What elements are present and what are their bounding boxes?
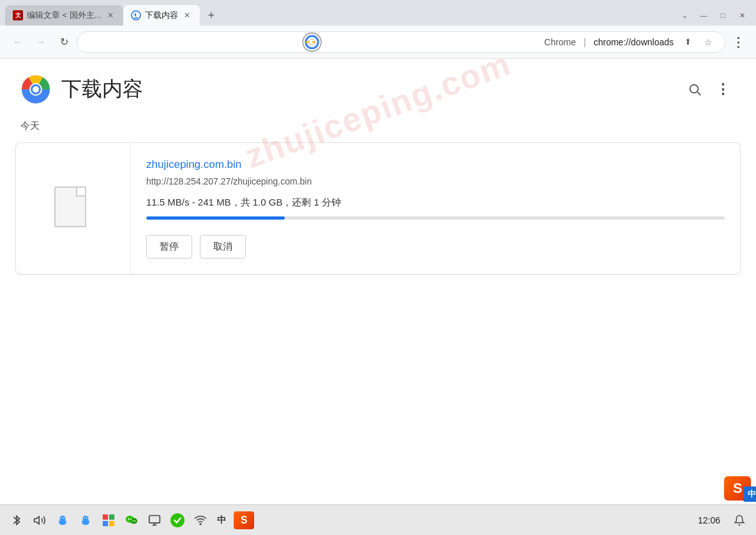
tab-downloads[interactable]: 下载内容 ✕ — [123, 5, 200, 26]
svg-point-21 — [82, 520, 84, 523]
tab-edit-label: 编辑文章 < 国外主... — [27, 10, 102, 21]
svg-point-23 — [84, 517, 85, 518]
svg-point-16 — [64, 520, 66, 523]
svg-point-31 — [128, 518, 129, 520]
chevron-down-icon[interactable]: ⌄ — [676, 9, 693, 22]
maximize-button[interactable]: □ — [714, 9, 732, 22]
download-card: zhujiceping.com.bin http://128.254.207.2… — [15, 142, 741, 275]
back-button[interactable]: ← — [8, 32, 28, 52]
svg-point-15 — [59, 520, 61, 523]
bluetooth-icon[interactable] — [8, 511, 26, 529]
monitor-icon[interactable] — [146, 511, 163, 529]
pause-button[interactable]: 暂停 — [146, 235, 192, 259]
chrome-logo-small — [85, 32, 539, 52]
taskbar: 中 S 12:06 — [0, 504, 756, 535]
svg-rect-27 — [103, 520, 108, 525]
svg-marker-1 — [134, 13, 136, 17]
sogou-icon[interactable]: S 中 — [724, 476, 751, 501]
download-icon-area — [16, 143, 131, 274]
svg-rect-25 — [103, 514, 108, 519]
cancel-button[interactable]: 取消 — [200, 235, 246, 259]
page-more-button[interactable]: ⋮ — [710, 77, 736, 102]
svg-line-11 — [697, 92, 700, 95]
tab-edit-close[interactable]: ✕ — [105, 10, 116, 20]
taskbar-time: 12:06 — [693, 515, 725, 525]
download-filename[interactable]: zhujiceping.com.bin — [146, 158, 725, 171]
file-icon — [54, 186, 93, 231]
download-speed: 11.5 MB/s - 241 MB，共 1.0 GB，还剩 1 分钟 — [146, 197, 725, 209]
page-content: 下载内容 ⋮ zhujiceping.com 今天 zh — [0, 59, 756, 504]
sogou-overlay: S 中 — [724, 476, 751, 501]
new-tab-button[interactable]: + — [202, 6, 220, 24]
bookmark-icon[interactable]: ☆ — [699, 33, 717, 51]
nav-more-button[interactable]: ⋮ — [728, 32, 748, 52]
sogou-s-label: S — [733, 480, 743, 497]
qq-icon-2[interactable] — [77, 511, 94, 529]
svg-point-38 — [200, 524, 201, 525]
progress-bar-fill — [146, 216, 285, 220]
qq-icon-1[interactable] — [54, 511, 72, 529]
svg-point-33 — [132, 520, 133, 522]
header-actions: ⋮ — [682, 77, 736, 102]
sogou-taskbar-icon[interactable]: S — [234, 511, 254, 529]
download-details: zhujiceping.com.bin http://128.254.207.2… — [131, 143, 740, 274]
address-bar[interactable]: Chrome | chrome://downloads ⬆ ☆ — [77, 31, 725, 53]
svg-rect-28 — [109, 520, 114, 525]
sogou-zh-box: 中 — [743, 486, 756, 502]
svg-marker-12 — [34, 516, 40, 524]
navigation-bar: ← → ↻ Chrome | chrome://downloads ⬆ ☆ ⋮ — [0, 26, 756, 59]
search-button[interactable] — [682, 77, 707, 102]
window-controls: ⌄ — □ ✕ — [676, 9, 751, 22]
svg-point-18 — [63, 517, 64, 518]
download-actions: 暂停 取消 — [146, 235, 725, 259]
checkmark-icon[interactable] — [169, 511, 186, 529]
sogou-zh-label: 中 — [748, 488, 756, 500]
download-url: http://128.254.207.27/zhujiceping.com.bi… — [146, 176, 725, 186]
close-button[interactable]: ✕ — [733, 9, 751, 22]
svg-point-22 — [87, 520, 89, 523]
share-icon[interactable]: ⬆ — [679, 33, 697, 51]
file-icon-fold — [76, 188, 85, 197]
downloads-header: 下载内容 ⋮ — [0, 59, 756, 115]
reload-button[interactable]: ↻ — [54, 32, 74, 52]
downloads-title-area: 下载内容 — [20, 74, 143, 105]
tab-downloads-icon — [131, 10, 141, 20]
file-icon-body — [54, 186, 86, 227]
svg-rect-35 — [149, 515, 160, 523]
section-today: 今天 — [0, 115, 756, 137]
sogou-s-taskbar: S — [241, 515, 248, 526]
tab-downloads-label: 下载内容 — [145, 10, 178, 21]
volume-icon[interactable] — [31, 511, 49, 529]
svg-rect-26 — [109, 514, 114, 519]
input-method-label[interactable]: 中 — [215, 513, 229, 527]
tab-downloads-close[interactable]: ✕ — [182, 10, 192, 20]
forward-button[interactable]: → — [31, 32, 51, 52]
address-separator: | — [584, 37, 586, 47]
address-brand: Chrome — [544, 37, 576, 47]
address-url: chrome://downloads — [594, 37, 674, 47]
chrome-logo-large — [20, 74, 51, 105]
page-title: 下载内容 — [61, 75, 143, 103]
progress-bar-container — [146, 216, 725, 220]
tab-edit-icon: 文 — [13, 10, 23, 20]
color-icon[interactable] — [100, 511, 117, 529]
address-actions: ⬆ ☆ — [679, 33, 717, 51]
svg-point-32 — [130, 518, 132, 520]
wifi-icon[interactable] — [192, 511, 209, 529]
svg-point-24 — [86, 517, 87, 518]
svg-point-9 — [33, 86, 39, 93]
svg-point-34 — [135, 520, 136, 522]
notification-icon[interactable] — [730, 511, 748, 529]
title-bar: 文 编辑文章 < 国外主... ✕ 下载内容 ✕ + ⌄ — □ ✕ — [0, 0, 756, 26]
wechat-icon[interactable] — [123, 511, 140, 529]
svg-point-17 — [61, 517, 62, 518]
svg-point-10 — [690, 85, 699, 93]
tab-edit[interactable]: 文 编辑文章 < 国外主... ✕ — [5, 5, 123, 26]
minimize-button[interactable]: — — [695, 9, 713, 22]
search-icon — [688, 82, 702, 96]
